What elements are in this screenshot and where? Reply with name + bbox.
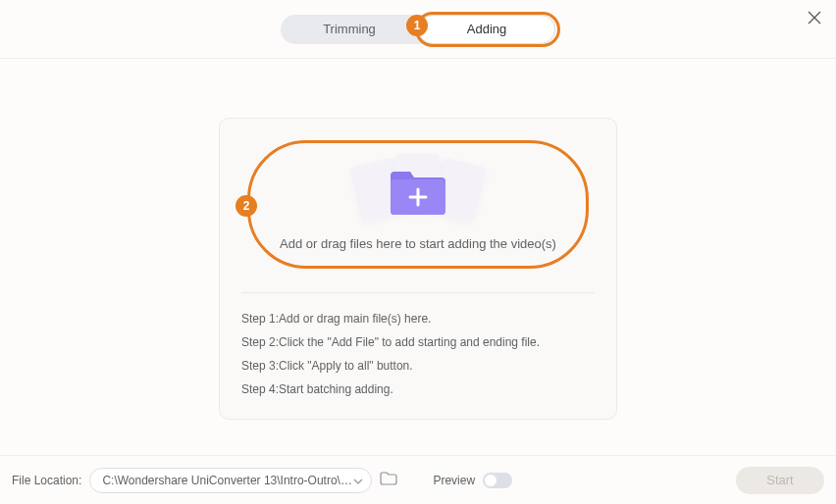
folder-illustration bbox=[349, 156, 487, 227]
main-area: 2 Add or drag files here to start adding… bbox=[0, 59, 836, 420]
preview-label: Preview bbox=[433, 474, 475, 487]
folder-plus-icon bbox=[389, 170, 447, 215]
tab-trimming-label: Trimming bbox=[323, 22, 376, 36]
open-folder-button[interactable] bbox=[380, 472, 397, 488]
step-1: Step 1:Add or drag main file(s) here. bbox=[241, 307, 595, 330]
toggle-knob bbox=[485, 475, 496, 486]
step-2: Step 2:Click the "Add File" to add start… bbox=[241, 330, 595, 354]
step-4: Step 4:Start batching adding. bbox=[241, 378, 595, 401]
tab-adding[interactable]: 1 Adding bbox=[418, 15, 555, 44]
file-location-label: File Location: bbox=[12, 474, 81, 487]
steps-list: Step 1:Add or drag main file(s) here. St… bbox=[220, 293, 616, 419]
file-dropzone[interactable]: 2 Add or drag files here to start adding… bbox=[239, 138, 597, 273]
chevron-down-icon bbox=[353, 474, 363, 487]
tab-trimming[interactable]: Trimming bbox=[281, 15, 418, 44]
preview-toggle[interactable] bbox=[483, 473, 512, 488]
header: Trimming 1 Adding bbox=[0, 0, 836, 59]
mode-tabs: Trimming 1 Adding bbox=[281, 15, 555, 44]
start-button-label: Start bbox=[766, 473, 793, 487]
footer-bar: File Location: C:\Wondershare UniConvert… bbox=[0, 455, 836, 504]
dropzone-text: Add or drag files here to start adding t… bbox=[280, 236, 556, 251]
instruction-card: 2 Add or drag files here to start adding… bbox=[219, 118, 617, 420]
callout-badge-1: 1 bbox=[406, 15, 428, 36]
preview-group: Preview bbox=[433, 473, 512, 488]
close-icon[interactable] bbox=[807, 10, 822, 25]
callout-badge-2: 2 bbox=[235, 195, 257, 217]
step-3: Step 3:Click "Apply to all" button. bbox=[241, 354, 595, 378]
file-location-select[interactable]: C:\Wondershare UniConverter 13\Intro-Out… bbox=[89, 468, 372, 493]
file-location-value: C:\Wondershare UniConverter 13\Intro-Out… bbox=[102, 474, 353, 487]
tab-adding-label: Adding bbox=[467, 22, 506, 36]
start-button[interactable]: Start bbox=[736, 467, 824, 494]
